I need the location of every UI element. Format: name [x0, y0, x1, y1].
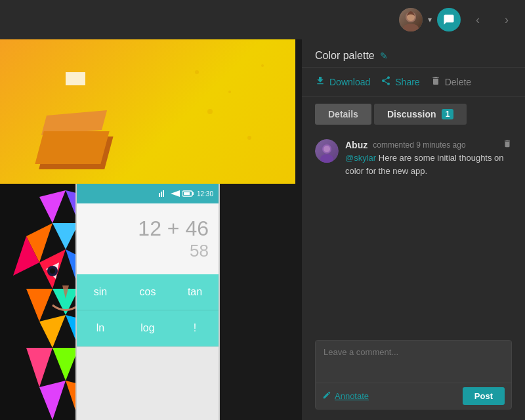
sidebar-header: Color palette ✎ — [302, 39, 525, 68]
svg-point-5 — [207, 109, 213, 114]
next-button[interactable]: › — [495, 8, 518, 32]
comment-input-area: Annotate Post — [315, 340, 512, 410]
comment-avatar — [315, 139, 339, 163]
post-button[interactable]: Post — [463, 387, 505, 405]
calc-btn-excl[interactable]: ! — [171, 310, 219, 346]
svg-rect-36 — [161, 192, 162, 197]
tab-discussion[interactable]: Discussion 1 — [374, 104, 467, 125]
edit-icon[interactable]: ✎ — [380, 51, 388, 61]
share-button[interactable]: Share — [381, 75, 419, 89]
top-nav: ▾ ‹ › — [0, 0, 525, 39]
image-top — [0, 39, 295, 184]
phone-calc-expression: 12 + 46 — [87, 217, 209, 241]
calc-btn-cos[interactable]: cos — [124, 274, 171, 310]
comment-mention: @skylar — [345, 153, 376, 163]
phone-calc-display: 12 + 46 58 — [77, 203, 219, 274]
right-sidebar: Color palette ✎ Download Share Delete De… — [302, 39, 525, 420]
comment-item: Abuz commented 9 minutes ago @skylar Her… — [315, 139, 512, 177]
action-buttons: Download Share Delete — [302, 68, 525, 97]
svg-rect-37 — [163, 190, 164, 197]
phone-mockup: 12:30 12 + 46 58 sin cos tan ln log ! — [75, 184, 220, 420]
svg-point-3 — [195, 70, 199, 74]
download-icon — [315, 75, 326, 89]
svg-rect-41 — [192, 192, 194, 195]
comments-nav-button[interactable] — [437, 8, 461, 32]
image-bottom: 12:30 12 + 46 58 sin cos tan ln log ! — [0, 184, 295, 420]
calc-btn-tan[interactable]: tan — [171, 274, 219, 310]
comment-text: @skylar Here are some initial thoughts o… — [345, 152, 512, 177]
discussion-count-badge: 1 — [442, 109, 454, 119]
tabs-row: Details Discussion 1 — [302, 97, 525, 131]
comment-meta: commented 9 minutes ago — [373, 140, 465, 150]
svg-marker-38 — [171, 190, 180, 197]
svg-point-44 — [324, 146, 330, 152]
main-content: 12:30 12 + 46 58 sin cos tan ln log ! — [0, 39, 295, 420]
comment-delete-icon[interactable] — [503, 139, 512, 150]
tab-details[interactable]: Details — [315, 104, 371, 125]
svg-rect-35 — [159, 193, 160, 197]
calc-btn-sin[interactable]: sin — [77, 274, 124, 310]
svg-point-43 — [320, 154, 333, 163]
avatar-chevron[interactable]: ▾ — [428, 15, 432, 24]
svg-point-7 — [247, 136, 251, 140]
comment-section: Abuz commented 9 minutes ago @skylar Her… — [302, 131, 525, 340]
share-icon — [381, 75, 391, 89]
calc-btn-log[interactable]: log — [124, 310, 171, 346]
comment-author: Abuz — [345, 140, 368, 150]
comment-input-footer: Annotate Post — [316, 383, 511, 409]
phone-calc-buttons: sin cos tan ln log ! — [77, 274, 219, 346]
phone-status-bar: 12:30 — [77, 184, 219, 203]
comment-textarea[interactable] — [316, 341, 511, 380]
sidebar-title: Color palette — [315, 50, 375, 62]
download-button[interactable]: Download — [315, 75, 370, 89]
comment-header: Abuz commented 9 minutes ago — [345, 139, 512, 150]
calc-btn-ln[interactable]: ln — [77, 310, 124, 346]
svg-rect-40 — [184, 192, 190, 195]
comment-body: Abuz commented 9 minutes ago @skylar Her… — [345, 139, 512, 177]
annotate-button[interactable]: Annotate — [322, 390, 369, 402]
delete-icon — [430, 75, 441, 89]
svg-point-1 — [403, 24, 419, 32]
svg-point-30 — [50, 268, 55, 274]
delete-button[interactable]: Delete — [430, 75, 471, 89]
svg-point-6 — [261, 64, 264, 67]
avatar[interactable] — [399, 8, 423, 32]
annotate-icon — [322, 390, 331, 402]
phone-time: 12:30 — [197, 190, 213, 198]
prev-button[interactable]: ‹ — [466, 8, 490, 32]
svg-point-4 — [228, 91, 231, 93]
phone-calc-result: 58 — [87, 241, 209, 261]
